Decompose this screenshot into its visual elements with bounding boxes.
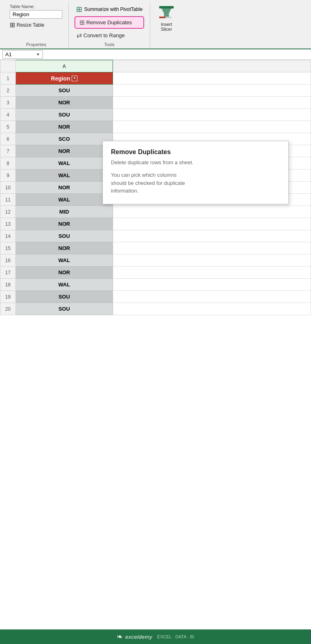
resize-table-label: Resize Table xyxy=(17,22,44,28)
row-number: 16 xyxy=(0,254,16,267)
resize-table-button[interactable]: ⊞ Resize Table xyxy=(10,21,44,29)
row-number: 7 xyxy=(0,145,16,157)
row-number: 17 xyxy=(0,267,16,279)
empty-cell xyxy=(113,72,311,85)
data-cell[interactable]: NOR xyxy=(16,242,113,254)
data-cell[interactable]: WAL xyxy=(16,279,113,291)
empty-cell xyxy=(113,230,311,242)
watermark-logo-icon: ❧ xyxy=(117,632,123,641)
data-cell[interactable]: SOU xyxy=(16,109,113,121)
empty-cell xyxy=(113,303,311,315)
header-cell-value: Region xyxy=(51,75,70,82)
row-number: 9 xyxy=(0,169,16,182)
corner-header xyxy=(0,60,16,72)
cell-reference-value: A1 xyxy=(5,51,12,57)
tooltip-popup: Remove Duplicates Delete duplicate rows … xyxy=(102,141,289,204)
row-number: 3 xyxy=(0,97,16,109)
data-cell[interactable]: NOR xyxy=(16,145,113,157)
col-header-a: A xyxy=(16,60,113,72)
data-cell[interactable]: NOR xyxy=(16,218,113,230)
empty-cell xyxy=(113,109,311,121)
data-cell[interactable]: Region▼ xyxy=(16,72,113,85)
data-cell[interactable]: WAL xyxy=(16,157,113,169)
data-cell[interactable]: WAL xyxy=(16,169,113,182)
pivot-table-icon: ⊞ xyxy=(76,5,82,14)
empty-cell xyxy=(113,279,311,291)
tools-section-label: Tools xyxy=(75,40,144,47)
row-number: 1 xyxy=(0,72,16,85)
row-number: 18 xyxy=(0,279,16,291)
summarize-pivot-button[interactable]: ⊞ Summarize with PivotTable xyxy=(75,4,144,15)
svg-rect-2 xyxy=(159,17,165,18)
empty-cell xyxy=(113,85,311,97)
data-cell[interactable]: SOU xyxy=(16,85,113,97)
data-cell[interactable]: SOU xyxy=(16,230,113,242)
spreadsheet-container: A 1Region▼2SOU3NOR4SOU5NOR6SCO7NOR8WAL9W… xyxy=(0,60,311,315)
svg-rect-3 xyxy=(166,17,171,18)
data-cell[interactable]: NOR xyxy=(16,97,113,109)
table-row: 2SOU xyxy=(0,85,311,97)
convert-to-range-button[interactable]: ⇄ Convert to Range xyxy=(75,30,144,40)
data-cell[interactable]: SCO xyxy=(16,133,113,145)
empty-cell xyxy=(113,206,311,218)
data-cell[interactable]: SOU xyxy=(16,291,113,303)
data-cell[interactable]: WAL xyxy=(16,194,113,206)
row-number: 11 xyxy=(0,194,16,206)
tooltip-title: Remove Duplicates xyxy=(111,148,280,156)
insert-slicer-label: Insert Slicer xyxy=(161,22,172,32)
resize-table-icon: ⊞ xyxy=(10,21,15,29)
row-number: 19 xyxy=(0,291,16,303)
table-name-label: Table Name: xyxy=(10,4,35,9)
properties-section-label: Properties xyxy=(10,40,63,47)
row-number: 5 xyxy=(0,121,16,133)
col-header-b xyxy=(113,60,311,72)
watermark-subtitle: EXCEL · DATA · BI xyxy=(157,634,194,639)
data-cell[interactable]: WAL xyxy=(16,254,113,267)
remove-duplicates-label: Remove Duplicates xyxy=(86,19,132,25)
data-cell[interactable]: NOR xyxy=(16,121,113,133)
row-number: 12 xyxy=(0,206,16,218)
row-number: 14 xyxy=(0,230,16,242)
table-row: 18WAL xyxy=(0,279,311,291)
ribbon-tools-section: ⊞ Summarize with PivotTable ⊞ Remove Dup… xyxy=(69,2,150,49)
watermark-bar: ❧ exceldemy EXCEL · DATA · BI xyxy=(0,629,311,644)
tools-items: ⊞ Summarize with PivotTable ⊞ Remove Dup… xyxy=(75,4,144,40)
data-cell[interactable]: NOR xyxy=(16,267,113,279)
empty-cell xyxy=(113,242,311,254)
remove-duplicates-button[interactable]: ⊞ Remove Duplicates xyxy=(75,16,144,29)
convert-to-range-icon: ⇄ xyxy=(77,32,82,39)
table-row: 14SOU xyxy=(0,230,311,242)
insert-slicer-button[interactable] xyxy=(157,4,176,21)
data-cell[interactable]: SOU xyxy=(16,303,113,315)
row-number: 4 xyxy=(0,109,16,121)
empty-cell xyxy=(113,97,311,109)
row-number: 13 xyxy=(0,218,16,230)
empty-cell xyxy=(113,267,311,279)
ribbon: Table Name: ⊞ Resize Table Properties ⊞ … xyxy=(0,0,311,49)
table-row: 3NOR xyxy=(0,97,311,109)
table-row: 5NOR xyxy=(0,121,311,133)
table-row: 4SOU xyxy=(0,109,311,121)
empty-cell xyxy=(113,254,311,267)
filter-dropdown-button[interactable]: ▼ xyxy=(72,76,77,81)
table-row: 12MID xyxy=(0,206,311,218)
data-cell[interactable]: NOR xyxy=(16,182,113,194)
svg-rect-0 xyxy=(159,6,174,8)
formula-bar: A1 ▼ xyxy=(0,49,311,60)
row-number: 6 xyxy=(0,133,16,145)
cell-reference-box[interactable]: A1 ▼ xyxy=(2,50,43,59)
table-row: 20SOU xyxy=(0,303,311,315)
ribbon-properties-section: Table Name: ⊞ Resize Table Properties xyxy=(4,2,69,49)
table-name-input[interactable] xyxy=(10,10,62,19)
row-number: 8 xyxy=(0,157,16,169)
table-row: 15NOR xyxy=(0,242,311,254)
row-number: 2 xyxy=(0,85,16,97)
data-cell[interactable]: MID xyxy=(16,206,113,218)
remove-duplicates-icon: ⊞ xyxy=(79,19,85,26)
row-number: 20 xyxy=(0,303,16,315)
table-row: 13NOR xyxy=(0,218,311,230)
row-number: 15 xyxy=(0,242,16,254)
cell-ref-dropdown-arrow[interactable]: ▼ xyxy=(36,52,40,57)
table-row: 17NOR xyxy=(0,267,311,279)
convert-to-range-label: Convert to Range xyxy=(83,32,125,38)
